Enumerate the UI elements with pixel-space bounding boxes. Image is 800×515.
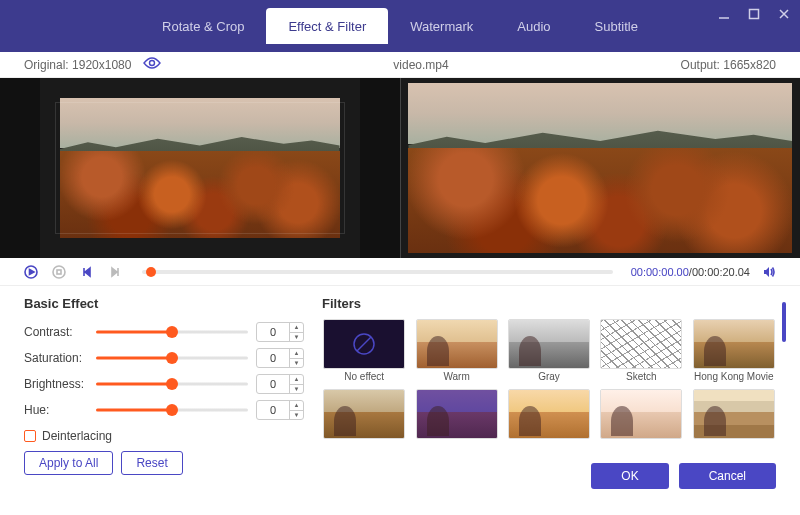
saturation-up-icon[interactable]: ▲ [290,349,303,359]
preview-eye-icon[interactable] [143,57,161,72]
saturation-label: Saturation: [24,351,88,365]
tab-watermark[interactable]: Watermark [388,8,495,44]
hue-row: Hue: 0▲▼ [24,397,304,423]
filter-warm[interactable] [416,319,498,369]
filter-gray[interactable] [508,319,590,369]
filter-item-7[interactable] [416,389,498,439]
hue-label: Hue: [24,403,88,417]
hue-spinner[interactable]: 0▲▼ [256,400,304,420]
basic-effect-panel: Basic Effect Contrast: 0▲▼ Saturation: 0… [24,296,304,458]
seek-knob[interactable] [146,267,156,277]
tab-effect-filter[interactable]: Effect & Filter [266,8,388,44]
next-frame-button[interactable] [106,263,124,281]
prev-frame-button[interactable] [78,263,96,281]
filter-no-effect[interactable] [323,319,405,369]
playback-controls: 00:00:00.00/00:00:20.04 [0,258,800,286]
maximize-button[interactable] [746,6,762,22]
output-label: Output: 1665x820 [681,58,776,72]
volume-button[interactable] [760,263,778,281]
preview-original-pane [0,78,400,258]
filter-hk-label: Hong Kong Movie [694,371,774,383]
tab-strip: Rotate & Crop Effect & Filter Watermark … [140,0,660,52]
hue-slider[interactable] [96,403,248,417]
filter-gray-label: Gray [538,371,560,383]
ok-button[interactable]: OK [591,463,668,489]
filter-warm-label: Warm [443,371,469,383]
filter-item-6[interactable] [323,389,405,439]
filename-label: video.mp4 [161,58,680,72]
svg-point-1 [150,61,155,66]
filter-sketch-label: Sketch [626,371,657,383]
svg-point-3 [53,266,65,278]
reset-button[interactable]: Reset [121,451,182,475]
saturation-down-icon[interactable]: ▼ [290,359,303,368]
contrast-spinner[interactable]: 0▲▼ [256,322,304,342]
filter-no-effect-label: No effect [344,371,384,383]
info-bar: Original: 1920x1080 video.mp4 Output: 16… [0,52,800,78]
filters-title: Filters [322,296,776,311]
contrast-up-icon[interactable]: ▲ [290,323,303,333]
hue-down-icon[interactable]: ▼ [290,411,303,420]
contrast-label: Contrast: [24,325,88,339]
brightness-up-icon[interactable]: ▲ [290,375,303,385]
preview-output-pane [400,78,801,258]
brightness-row: Brightness: 0▲▼ [24,371,304,397]
svg-rect-0 [750,10,759,19]
filter-item-9[interactable] [600,389,682,439]
contrast-row: Contrast: 0▲▼ [24,319,304,345]
tab-rotate-crop[interactable]: Rotate & Crop [140,8,266,44]
saturation-row: Saturation: 0▲▼ [24,345,304,371]
brightness-spinner[interactable]: 0▲▼ [256,374,304,394]
deinterlacing-row[interactable]: Deinterlacing [24,429,304,443]
basic-effect-title: Basic Effect [24,296,304,311]
filter-item-8[interactable] [508,389,590,439]
cancel-button[interactable]: Cancel [679,463,776,489]
filter-sketch[interactable] [600,319,682,369]
close-button[interactable] [776,6,792,22]
deinterlacing-checkbox[interactable] [24,430,36,442]
svg-rect-4 [57,270,61,274]
contrast-down-icon[interactable]: ▼ [290,333,303,342]
filters-panel: Filters No effect Warm Gray Sketch Hong … [322,296,776,458]
hue-up-icon[interactable]: ▲ [290,401,303,411]
brightness-down-icon[interactable]: ▼ [290,385,303,394]
filter-hong-kong-movie[interactable] [693,319,775,369]
play-button[interactable] [22,263,40,281]
time-display: 00:00:00.00/00:00:20.04 [631,266,750,278]
minimize-button[interactable] [716,6,732,22]
preview-area [0,78,800,258]
filter-item-10[interactable] [693,389,775,439]
brightness-slider[interactable] [96,377,248,391]
stop-button[interactable] [50,263,68,281]
contrast-slider[interactable] [96,325,248,339]
saturation-slider[interactable] [96,351,248,365]
tab-audio[interactable]: Audio [495,8,572,44]
apply-to-all-button[interactable]: Apply to All [24,451,113,475]
deinterlacing-label: Deinterlacing [42,429,112,443]
original-label: Original: 1920x1080 [24,58,131,72]
tab-subtitle[interactable]: Subtitle [573,8,660,44]
seek-bar[interactable] [142,270,613,274]
title-bar: Rotate & Crop Effect & Filter Watermark … [0,0,800,52]
brightness-label: Brightness: [24,377,88,391]
filters-scrollbar[interactable] [782,302,786,342]
saturation-spinner[interactable]: 0▲▼ [256,348,304,368]
